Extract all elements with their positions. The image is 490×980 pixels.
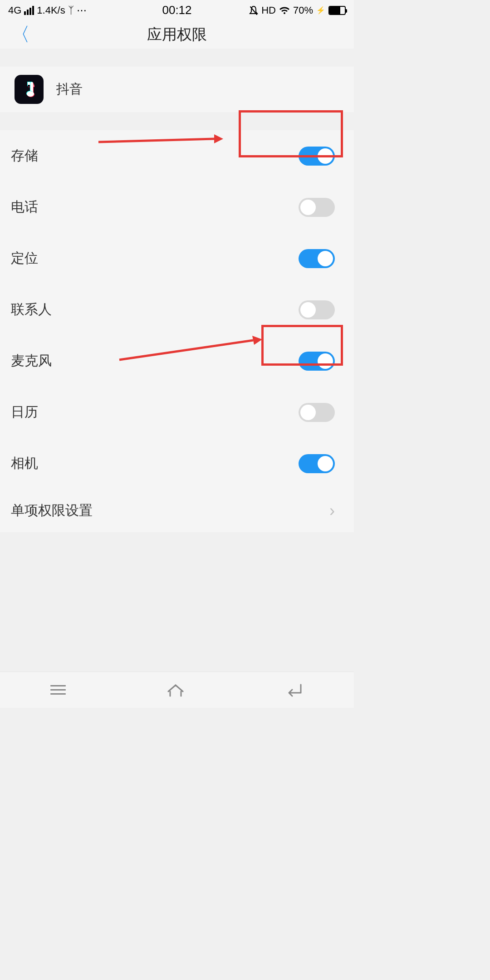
- permission-label: 麦克风: [11, 352, 52, 370]
- permission-item: 联系人: [0, 284, 354, 335]
- permission-item: 电话: [0, 181, 354, 233]
- page-title: 应用权限: [147, 24, 207, 45]
- permission-label: 相机: [11, 454, 38, 473]
- toggle-knob: [318, 456, 333, 471]
- clock-label: 00:12: [162, 3, 191, 17]
- usb-icon: ᛉ: [68, 5, 74, 16]
- permission-toggle[interactable]: [299, 403, 335, 422]
- network-label: 4G: [8, 5, 21, 16]
- more-icon: ⋯: [77, 5, 87, 16]
- permission-toggle[interactable]: [299, 147, 335, 166]
- speed-label: 1.4K/s: [37, 5, 65, 16]
- nav-bar: [0, 671, 354, 708]
- permission-label: 电话: [11, 198, 38, 216]
- permission-label: 存储: [11, 147, 38, 165]
- toggle-knob: [300, 302, 316, 318]
- app-name: 抖音: [56, 80, 83, 98]
- permission-toggle[interactable]: [299, 300, 335, 319]
- douyin-app-icon: [15, 75, 44, 104]
- hd-label: HD: [261, 5, 276, 16]
- home-icon[interactable]: [167, 683, 185, 697]
- permission-label: 定位: [11, 249, 38, 268]
- chevron-right-icon: ›: [329, 501, 335, 520]
- charging-icon: ⚡: [316, 6, 325, 15]
- permission-item: 日历: [0, 387, 354, 438]
- title-bar: 〈 应用权限: [0, 20, 354, 49]
- status-left: 4G 1.4K/s ᛉ ⋯: [8, 5, 87, 16]
- app-header: 抖音: [0, 67, 354, 112]
- mute-icon: [249, 5, 258, 15]
- toggle-knob: [318, 148, 333, 164]
- toggle-knob: [318, 251, 333, 266]
- menu-icon[interactable]: [50, 685, 66, 695]
- signal-icon: [24, 6, 34, 15]
- permission-toggle[interactable]: [299, 249, 335, 268]
- wifi-icon: [279, 6, 290, 15]
- toggle-knob: [300, 200, 316, 215]
- back-icon[interactable]: 〈: [11, 25, 30, 44]
- permission-list: 存储电话定位联系人麦克风日历相机单项权限设置›: [0, 130, 354, 532]
- separator: [0, 112, 354, 130]
- permission-item: 麦克风: [0, 335, 354, 387]
- permission-label: 联系人: [11, 300, 52, 319]
- permission-item: 存储: [0, 130, 354, 181]
- permission-toggle[interactable]: [299, 198, 335, 217]
- permission-label: 日历: [11, 403, 38, 421]
- permission-toggle[interactable]: [299, 352, 335, 371]
- separator: [0, 49, 354, 67]
- battery-icon: [328, 6, 346, 15]
- permission-item: 相机: [0, 438, 354, 489]
- permission-toggle[interactable]: [299, 454, 335, 473]
- single-permission-settings[interactable]: 单项权限设置›: [0, 489, 354, 532]
- battery-label: 70%: [293, 5, 313, 16]
- status-bar: 4G 1.4K/s ᛉ ⋯ 00:12 HD 70% ⚡: [0, 0, 354, 20]
- toggle-knob: [300, 405, 316, 420]
- link-label: 单项权限设置: [11, 501, 93, 520]
- back-nav-icon[interactable]: [285, 683, 304, 697]
- status-right: HD 70% ⚡: [249, 5, 346, 16]
- permission-item: 定位: [0, 233, 354, 284]
- toggle-knob: [318, 353, 333, 369]
